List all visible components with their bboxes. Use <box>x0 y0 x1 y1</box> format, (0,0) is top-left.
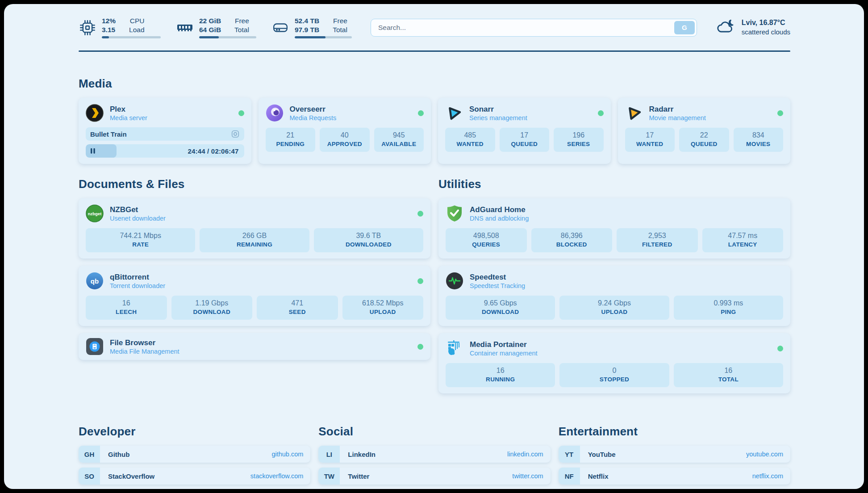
status-dot <box>417 344 423 350</box>
stat-box: 16TOTAL <box>674 363 783 387</box>
bookmark-abbr: TW <box>318 468 340 485</box>
playback-progress-bar[interactable]: 24:44 / 02:06:47 <box>86 144 244 158</box>
app-title: AdGuard Home <box>470 205 529 214</box>
bookmark-name: Github <box>108 451 129 458</box>
speedtest-icon <box>446 272 463 290</box>
bookmark-group-social: Social LI LinkedIn linkedin.com TW Twitt… <box>318 425 550 489</box>
app-card-overseerr[interactable]: Overseerr Media Requests 21PENDING 40APP… <box>259 98 431 164</box>
bookmark-linkedin[interactable]: LI LinkedIn linkedin.com <box>318 446 550 463</box>
stat-box: 471SEED <box>257 296 338 320</box>
bookmark-github[interactable]: GH Github github.com <box>79 446 310 463</box>
stat-box: 945AVAILABLE <box>374 128 424 152</box>
bookmark-url: stackoverflow.com <box>250 472 303 480</box>
ram-total-label: Total <box>234 25 249 34</box>
stat-box: 16RUNNING <box>446 363 555 387</box>
overseerr-icon <box>266 104 284 122</box>
bookmark-youtube[interactable]: YT YouTube youtube.com <box>559 446 790 463</box>
bookmark-name: Twitter <box>348 472 369 480</box>
app-subtitle: Media Requests <box>290 114 337 122</box>
app-card-speedtest[interactable]: Speedtest Speedtest Tracking 9.65 GbpsDO… <box>438 266 790 326</box>
app-card-radarr[interactable]: Radarr Movie management 17WANTED 22QUEUE… <box>618 98 791 164</box>
stat-box: 2,953FILTERED <box>617 228 698 252</box>
weather-location-temp: Lviv, 16.87°C <box>742 18 790 28</box>
ram-free-label: Free <box>234 17 249 25</box>
section-title-media: Media <box>79 77 790 91</box>
stat-box: 22QUEUED <box>679 128 729 152</box>
section-title-utilities: Utilities <box>438 177 790 191</box>
bookmark-name: LinkedIn <box>348 451 376 458</box>
stat-box: 17WANTED <box>625 128 675 152</box>
search-provider-button[interactable]: G <box>674 21 695 34</box>
section-title-social: Social <box>318 425 550 439</box>
svg-text:qb: qb <box>91 277 99 285</box>
app-title: Radarr <box>649 104 706 114</box>
section-documents: Documents & Files nzbget NZBGet Usenet d… <box>79 177 430 401</box>
adguard-icon <box>446 205 463 222</box>
search-bar: G <box>371 19 697 37</box>
stat-box: 485WANTED <box>445 128 495 152</box>
search-input[interactable] <box>371 19 697 37</box>
app-title: Speedtest <box>470 272 525 282</box>
stat-box: 618.52 MbpsUPLOAD <box>342 296 424 320</box>
app-subtitle: Container management <box>470 349 538 357</box>
app-card-nzbget[interactable]: nzbget NZBGet Usenet downloader 744.21 M… <box>79 198 430 259</box>
qbittorrent-icon: qb <box>86 272 104 290</box>
ram-total: 64 GiB <box>199 25 221 34</box>
stat-box: 17QUEUED <box>500 128 550 152</box>
ram-stat: 22 GiB64 GiB FreeTotal <box>176 17 256 38</box>
app-card-portainer[interactable]: Media Portainer Container management 16R… <box>438 333 790 393</box>
nzbget-icon: nzbget <box>86 205 104 222</box>
weather-condition: scattered clouds <box>742 28 790 37</box>
stat-box: 40APPROVED <box>320 128 370 152</box>
bookmark-name: Netflix <box>588 472 609 480</box>
app-card-plex[interactable]: Plex Media server Bullet Train <box>79 98 251 164</box>
stat-box: 21PENDING <box>266 128 316 152</box>
app-subtitle: Series management <box>469 114 527 122</box>
bookmark-abbr: NF <box>559 468 580 485</box>
bookmark-stackoverflow[interactable]: SO StackOverflow stackoverflow.com <box>79 468 310 485</box>
bookmark-url: netflix.com <box>752 472 783 480</box>
stat-box: 86,396BLOCKED <box>531 228 613 252</box>
cloud-moon-icon <box>716 19 736 37</box>
app-card-sonarr[interactable]: Sonarr Series management 485WANTED 17QUE… <box>438 98 611 164</box>
disk-free: 52.4 TB <box>295 17 319 25</box>
chip-icon <box>79 19 96 37</box>
stat-box: 39.6 TBDOWNLOADED <box>314 228 423 252</box>
cpu-load-label: Load <box>129 25 144 34</box>
bookmark-netflix[interactable]: NF Netflix netflix.com <box>559 468 790 485</box>
app-subtitle: Torrent downloader <box>110 282 165 290</box>
svg-text:nzbget: nzbget <box>88 211 102 216</box>
stat-box: 266 GBREMAINING <box>200 228 309 252</box>
app-card-filebrowser[interactable]: File Browser Media File Management <box>79 333 430 360</box>
bookmark-abbr: GH <box>79 446 100 463</box>
app-card-adguard[interactable]: AdGuard Home DNS and adblocking 498,508Q… <box>438 198 790 259</box>
app-subtitle: Speedtest Tracking <box>470 282 525 290</box>
stat-box: 9.24 GbpsUPLOAD <box>559 296 669 320</box>
stat-box: 9.65 GbpsDOWNLOAD <box>446 296 555 320</box>
ram-icon <box>176 19 194 37</box>
cpu-progress <box>102 36 161 38</box>
now-playing-title: Bullet Train <box>90 130 127 138</box>
bookmark-twitter[interactable]: TW Twitter twitter.com <box>318 468 550 485</box>
playback-time: 24:44 / 02:06:47 <box>188 144 238 158</box>
bookmark-abbr: LI <box>318 446 340 463</box>
bookmark-group-developer: Developer GH Github github.com SO StackO… <box>79 425 310 489</box>
bookmark-name: YouTube <box>588 451 616 458</box>
bookmark-group-entertainment: Entertainment YT YouTube youtube.com NF … <box>559 425 790 489</box>
app-card-qbittorrent[interactable]: qb qBittorrent Torrent downloader 16LEEC… <box>79 266 430 326</box>
status-dot <box>777 110 783 116</box>
stat-box: 47.57 msLATENCY <box>702 228 784 252</box>
top-bar: 12%3.15 CPULoad <box>79 17 790 38</box>
app-title: qBittorrent <box>110 272 165 282</box>
app-subtitle: Usenet downloader <box>110 214 166 222</box>
app-title: Media Portainer <box>470 340 538 349</box>
status-dot <box>417 211 423 217</box>
app-subtitle: Media File Management <box>110 347 179 355</box>
pause-icon <box>90 148 96 156</box>
app-subtitle: Media server <box>110 114 147 122</box>
cpu-percent: 12% <box>102 17 116 25</box>
stat-box: 498,508QUERIES <box>446 228 527 252</box>
section-title-entertainment: Entertainment <box>559 425 790 439</box>
stat-box: 744.21 MbpsRATE <box>86 228 195 252</box>
section-media: Media Plex Media server <box>79 77 790 164</box>
